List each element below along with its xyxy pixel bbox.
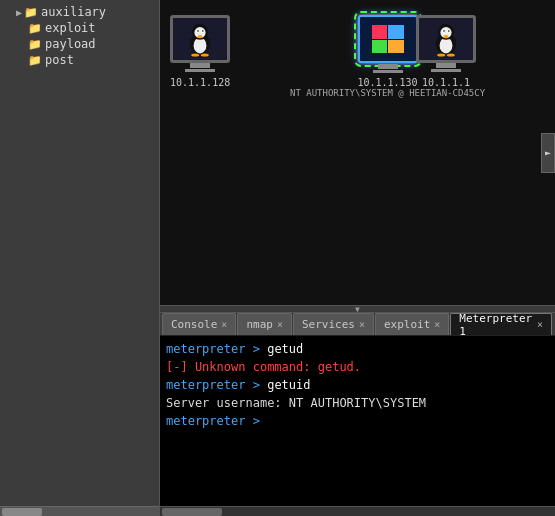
node-linux-1[interactable]: 10.1.1.1 xyxy=(416,15,476,88)
svg-point-12 xyxy=(440,37,453,53)
monitor-128 xyxy=(170,15,230,63)
tux-icon-2 xyxy=(430,21,462,57)
node-ip-1: 10.1.1.1 xyxy=(422,77,470,88)
folder-icon: 📁 xyxy=(28,54,42,67)
tab-nmap[interactable]: nmap × xyxy=(237,313,292,335)
sidebar-item-label: exploit xyxy=(45,21,96,35)
term-line-1: meterpreter > getud xyxy=(166,340,549,358)
windows-flag-icon xyxy=(372,25,404,53)
term-prompt-1: meterpreter > xyxy=(166,342,267,356)
collapse-arrow[interactable]: ► xyxy=(541,133,555,173)
sidebar-item-exploit[interactable]: 📁 exploit xyxy=(0,20,159,36)
tab-meterpreter1-label: Meterpreter 1 xyxy=(459,312,533,338)
term-error-1: [-] Unknown command: getud. xyxy=(166,360,361,374)
folder-icon: 📁 xyxy=(28,38,42,51)
monitor-130 xyxy=(358,15,418,63)
canvas-area[interactable]: 10.1.1.128 10.1.1.130 NT AUTHORITY\SYSTE… xyxy=(160,0,555,305)
folder-icon: 📁 xyxy=(24,6,38,19)
svg-point-15 xyxy=(444,35,449,38)
sidebar-item-auxiliary[interactable]: ▶ 📁 auxiliary xyxy=(0,4,159,20)
node-linux-128[interactable]: 10.1.1.128 xyxy=(170,15,230,88)
term-cmd-1: getud xyxy=(267,342,303,356)
collapse-icon: ► xyxy=(545,147,551,158)
sidebar-item-label: post xyxy=(45,53,74,67)
win-quad1 xyxy=(372,25,388,39)
sidebar-item-payload[interactable]: 📁 payload xyxy=(0,36,159,52)
term-cmd-2: getuid xyxy=(267,378,310,392)
network-nodes: 10.1.1.128 10.1.1.130 NT AUTHORITY\SYSTE… xyxy=(160,0,555,305)
term-line-5: meterpreter > xyxy=(166,412,549,430)
tab-console-label: Console xyxy=(171,318,217,331)
svg-point-7 xyxy=(197,30,199,32)
main-area: 10.1.1.128 10.1.1.130 NT AUTHORITY\SYSTE… xyxy=(160,0,555,516)
node-target-info: NT AUTHORITY\SYSTEM @ HEETIAN-CD45CY xyxy=(290,88,485,98)
tab-console[interactable]: Console × xyxy=(162,313,236,335)
term-line-2: [-] Unknown command: getud. xyxy=(166,358,549,376)
terminal-area[interactable]: meterpreter > getud [-] Unknown command:… xyxy=(160,336,555,506)
win-quad3 xyxy=(372,40,388,54)
svg-point-1 xyxy=(194,37,207,53)
arrow-icon: ▶ xyxy=(16,7,22,18)
term-line-4: Server username: NT AUTHORITY\SYSTEM xyxy=(166,394,549,412)
bottom-scrollbar-thumb[interactable] xyxy=(162,508,222,516)
win-quad4 xyxy=(388,40,404,54)
node-ip-130: 10.1.1.130 xyxy=(357,77,417,88)
sidebar-hscrollbar-thumb[interactable] xyxy=(2,508,42,516)
tab-services-label: Services xyxy=(302,318,355,331)
folder-icon: 📁 xyxy=(28,22,42,35)
term-line-3: meterpreter > getuid xyxy=(166,376,549,394)
sidebar-item-label: payload xyxy=(45,37,96,51)
tab-meterpreter1[interactable]: Meterpreter 1 × xyxy=(450,313,552,335)
tab-services[interactable]: Services × xyxy=(293,313,374,335)
term-output-1: Server username: NT AUTHORITY\SYSTEM xyxy=(166,396,426,410)
sidebar-hscrollbar[interactable] xyxy=(0,506,159,516)
tab-nmap-close[interactable]: × xyxy=(277,319,283,330)
term-prompt-2: meterpreter > xyxy=(166,378,267,392)
tux-icon xyxy=(184,21,216,57)
svg-point-10 xyxy=(201,53,209,56)
tab-console-close[interactable]: × xyxy=(221,319,227,330)
tab-meterpreter1-close[interactable]: × xyxy=(537,319,543,330)
tab-exploit-close[interactable]: × xyxy=(434,319,440,330)
svg-point-21 xyxy=(447,53,455,56)
tree-area: ▶ 📁 auxiliary 📁 exploit 📁 payload 📁 post xyxy=(0,0,159,506)
svg-point-18 xyxy=(443,30,445,32)
tab-exploit-label: exploit xyxy=(384,318,430,331)
svg-point-9 xyxy=(191,53,199,56)
monitor-1 xyxy=(416,15,476,63)
tab-nmap-label: nmap xyxy=(246,318,273,331)
svg-point-4 xyxy=(198,35,203,38)
svg-point-19 xyxy=(448,30,450,32)
sidebar-item-post[interactable]: 📁 post xyxy=(0,52,159,68)
tab-services-close[interactable]: × xyxy=(359,319,365,330)
sidebar-item-label: auxiliary xyxy=(41,5,106,19)
sidebar: ▶ 📁 auxiliary 📁 exploit 📁 payload 📁 post xyxy=(0,0,160,516)
tabs-bar: Console × nmap × Services × exploit × Me… xyxy=(160,313,555,336)
node-ip-128: 10.1.1.128 xyxy=(170,77,230,88)
tab-exploit[interactable]: exploit × xyxy=(375,313,449,335)
win-quad2 xyxy=(388,25,404,39)
bottom-scrollbar[interactable] xyxy=(160,506,555,516)
term-prompt-3: meterpreter > xyxy=(166,414,260,428)
svg-point-20 xyxy=(437,53,445,56)
svg-point-8 xyxy=(202,30,204,32)
